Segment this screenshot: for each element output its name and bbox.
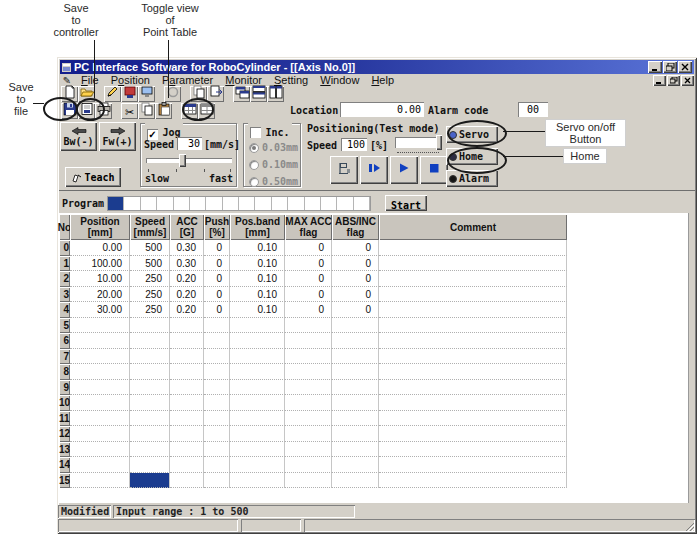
table-cell[interactable]: 0.30 xyxy=(170,256,204,272)
table-cell[interactable]: 0.20 xyxy=(170,302,204,318)
table-cell[interactable] xyxy=(332,380,379,396)
table-cell[interactable]: 0.10 xyxy=(230,302,285,318)
table-cell[interactable]: 0 xyxy=(285,302,332,318)
print-button[interactable] xyxy=(95,103,112,119)
radio-0.10mm[interactable] xyxy=(249,160,259,170)
table-cell[interactable] xyxy=(70,426,130,442)
table-cell[interactable] xyxy=(230,395,285,411)
row-number[interactable]: 11 xyxy=(59,411,70,427)
row-number[interactable]: 6 xyxy=(59,333,70,349)
row-number[interactable]: 2 xyxy=(59,271,70,287)
play-button[interactable] xyxy=(390,156,418,184)
jog-speed-slider[interactable] xyxy=(146,158,232,163)
table-cell[interactable] xyxy=(379,395,567,411)
program-step-cell[interactable] xyxy=(223,197,239,210)
radio-0.03mm[interactable] xyxy=(249,143,259,153)
monitor-button[interactable] xyxy=(138,86,155,102)
position-data-button[interactable] xyxy=(121,86,138,102)
table-cell[interactable] xyxy=(379,411,567,427)
axis-select-button[interactable] xyxy=(164,86,181,102)
table-cell[interactable] xyxy=(70,395,130,411)
table-cell[interactable] xyxy=(130,457,170,473)
program-step-cell[interactable] xyxy=(124,197,140,210)
table-cell[interactable] xyxy=(332,395,379,411)
table-cell[interactable]: 250 xyxy=(130,287,170,303)
radio-0.50mm[interactable] xyxy=(249,177,259,187)
table-cell[interactable] xyxy=(204,380,230,396)
table-cell[interactable] xyxy=(332,442,379,458)
cascade-windows-button[interactable] xyxy=(233,86,250,102)
table-cell[interactable] xyxy=(285,333,332,349)
row-number[interactable]: 8 xyxy=(59,364,70,380)
table-cell[interactable] xyxy=(130,380,170,396)
table-cell[interactable] xyxy=(230,473,285,489)
table-cell[interactable] xyxy=(70,364,130,380)
table-cell[interactable] xyxy=(379,380,567,396)
minimize-button[interactable] xyxy=(648,61,662,73)
row-number[interactable]: 13 xyxy=(59,442,70,458)
table-cell[interactable] xyxy=(230,333,285,349)
table-cell[interactable] xyxy=(332,318,379,334)
table-cell[interactable] xyxy=(285,395,332,411)
table-cell[interactable]: 0 xyxy=(332,256,379,272)
tile-vertical-button[interactable] xyxy=(267,86,284,102)
table-cell[interactable] xyxy=(70,318,130,334)
table-cell[interactable] xyxy=(70,442,130,458)
table-cell[interactable]: 0.10 xyxy=(230,240,285,256)
program-step-cell[interactable] xyxy=(288,197,304,210)
program-step-cell[interactable] xyxy=(157,197,173,210)
table-cell[interactable]: 10.00 xyxy=(70,271,130,287)
new-document-button[interactable] xyxy=(61,86,78,102)
table-cell[interactable] xyxy=(130,333,170,349)
table-cell[interactable] xyxy=(379,318,567,334)
table-cell[interactable] xyxy=(332,473,379,489)
table-cell[interactable] xyxy=(379,364,567,380)
jog-slider-thumb[interactable] xyxy=(179,154,186,167)
table-cell[interactable] xyxy=(230,457,285,473)
table-cell[interactable]: 0 xyxy=(332,287,379,303)
table-cell[interactable] xyxy=(285,411,332,427)
table-cell[interactable] xyxy=(170,364,204,380)
row-number[interactable]: 10 xyxy=(59,395,70,411)
table-cell[interactable]: 0 xyxy=(204,287,230,303)
table-cell[interactable] xyxy=(379,473,567,489)
table-cell[interactable] xyxy=(170,380,204,396)
selected-cell[interactable] xyxy=(130,473,170,489)
transfer-page-button[interactable] xyxy=(207,86,224,102)
table-cell[interactable] xyxy=(204,349,230,365)
table-cell[interactable]: 0 xyxy=(285,271,332,287)
table-cell[interactable] xyxy=(285,380,332,396)
table-cell[interactable] xyxy=(204,426,230,442)
table-cell[interactable]: 0 xyxy=(332,302,379,318)
close-button[interactable] xyxy=(678,61,692,73)
row-number[interactable]: 1 xyxy=(59,256,70,272)
stop-button[interactable] xyxy=(420,156,448,184)
table-cell[interactable]: 0 xyxy=(332,271,379,287)
table-cell[interactable] xyxy=(379,442,567,458)
program-step-cell[interactable] xyxy=(141,197,157,210)
positioning-slider-thumb[interactable] xyxy=(436,135,442,150)
table-cell[interactable] xyxy=(70,473,130,489)
table-cell[interactable] xyxy=(204,411,230,427)
table-cell[interactable] xyxy=(379,240,567,256)
table-cell[interactable] xyxy=(332,364,379,380)
table-cell[interactable] xyxy=(170,411,204,427)
table-cell[interactable]: 500 xyxy=(130,256,170,272)
table-cell[interactable] xyxy=(285,349,332,365)
table-cell[interactable]: 250 xyxy=(130,302,170,318)
row-number[interactable]: 15 xyxy=(59,473,70,489)
table-cell[interactable] xyxy=(285,318,332,334)
table-cell[interactable] xyxy=(332,411,379,427)
table-cell[interactable] xyxy=(170,426,204,442)
table-cell[interactable]: 0.10 xyxy=(230,271,285,287)
program-step-cell[interactable] xyxy=(239,197,255,210)
table-cell[interactable]: 0 xyxy=(285,240,332,256)
menu-help[interactable]: Help xyxy=(365,74,400,87)
point-table-view-button[interactable] xyxy=(181,103,198,119)
table-cell[interactable] xyxy=(332,457,379,473)
table-cell[interactable] xyxy=(170,349,204,365)
tile-horizontal-button[interactable] xyxy=(250,86,267,102)
parameter-table-view-button[interactable] xyxy=(198,103,215,119)
table-cell[interactable]: 0 xyxy=(285,287,332,303)
table-cell[interactable] xyxy=(379,287,567,303)
